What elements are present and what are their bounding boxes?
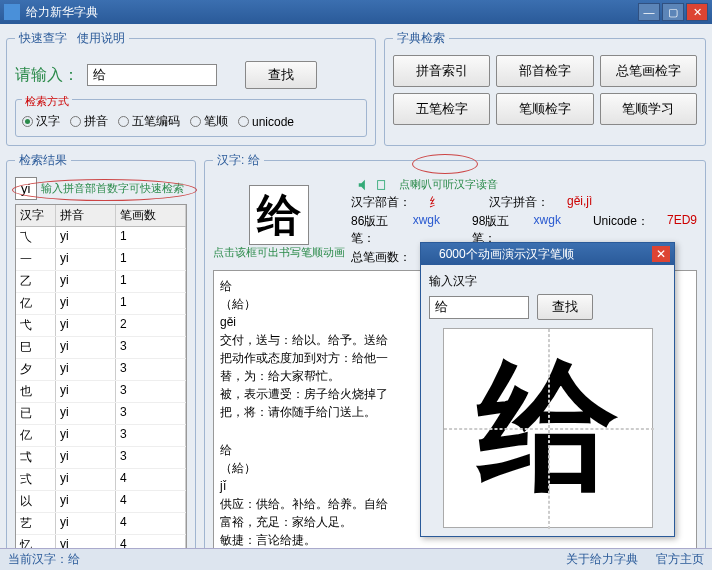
table-row[interactable]: 一yi1 bbox=[16, 249, 186, 271]
usage-legend[interactable]: 使用说明 bbox=[77, 31, 125, 45]
minimize-button[interactable]: — bbox=[638, 3, 660, 21]
dict-button-4[interactable]: 笔顺检字 bbox=[496, 93, 593, 125]
char-legend: 汉字: 给 bbox=[213, 152, 264, 169]
find-button[interactable]: 查找 bbox=[245, 61, 317, 89]
filter-input[interactable] bbox=[15, 177, 37, 200]
quick-search-legend: 快速查字 bbox=[19, 31, 67, 45]
mode-radio-1[interactable]: 拼音 bbox=[70, 113, 108, 130]
pinyin-value: gěi,jì bbox=[567, 194, 592, 211]
results-group: 检索结果 输入拼音部首数字可快速检索 汉字 拼音 笔画数 乁yi1一yi1乙yi… bbox=[6, 152, 196, 562]
table-row[interactable]: 以yi4 bbox=[16, 491, 186, 513]
table-row[interactable]: 弍yi4 bbox=[16, 469, 186, 491]
speak-hint: 点喇叭可听汉字读音 bbox=[399, 177, 498, 192]
homepage-link[interactable]: 官方主页 bbox=[656, 551, 704, 568]
app-icon bbox=[4, 4, 20, 20]
anim-input-label: 输入汉字 bbox=[429, 273, 666, 290]
dict-search-legend: 字典检索 bbox=[393, 30, 449, 47]
table-header: 汉字 拼音 笔画数 bbox=[16, 205, 186, 227]
dict-button-3[interactable]: 五笔检字 bbox=[393, 93, 490, 125]
char-display: 给 bbox=[257, 186, 301, 245]
table-row[interactable]: 已yi3 bbox=[16, 403, 186, 425]
mode-radio-4[interactable]: unicode bbox=[238, 113, 294, 130]
table-row[interactable]: 乙yi1 bbox=[16, 271, 186, 293]
stroke-animation-dialog: 6000个动画演示汉字笔顺 ✕ 输入汉字 查找 给 bbox=[420, 242, 675, 537]
window-titlebar: 给力新华字典 — ▢ ✕ bbox=[0, 0, 712, 24]
dialog-title: 6000个动画演示汉字笔顺 bbox=[439, 246, 574, 263]
results-table[interactable]: 汉字 拼音 笔画数 乁yi1一yi1乙yi1亿yi1弋yi2巳yi3夕yi3也y… bbox=[15, 204, 187, 553]
table-row[interactable]: 巳yi3 bbox=[16, 337, 186, 359]
dict-button-5[interactable]: 笔顺学习 bbox=[600, 93, 697, 125]
dialog-titlebar[interactable]: 6000个动画演示汉字笔顺 ✕ bbox=[421, 243, 674, 265]
table-row[interactable]: 亿yi1 bbox=[16, 293, 186, 315]
table-row[interactable]: 也yi3 bbox=[16, 381, 186, 403]
dict-button-1[interactable]: 部首检字 bbox=[496, 55, 593, 87]
table-row[interactable]: 乁yi1 bbox=[16, 227, 186, 249]
status-bar: 当前汉字：给 关于给力字典 官方主页 bbox=[0, 548, 712, 570]
th-pinyin: 拼音 bbox=[56, 205, 116, 226]
dict-button-2[interactable]: 总笔画检字 bbox=[600, 55, 697, 87]
search-input[interactable] bbox=[87, 64, 217, 86]
table-row[interactable]: 夕yi3 bbox=[16, 359, 186, 381]
close-button[interactable]: ✕ bbox=[686, 3, 708, 21]
filter-hint: 输入拼音部首数字可快速检索 bbox=[41, 181, 184, 196]
maximize-button[interactable]: ▢ bbox=[662, 3, 684, 21]
anim-char-display: 给 bbox=[478, 333, 618, 523]
about-link[interactable]: 关于给力字典 bbox=[566, 551, 638, 568]
anim-char-input[interactable] bbox=[429, 296, 529, 319]
char-display-box[interactable]: 给 bbox=[249, 185, 309, 245]
mode-radio-0[interactable]: 汉字 bbox=[22, 113, 60, 130]
results-legend: 检索结果 bbox=[15, 152, 71, 169]
search-mode-box: 检索方式 汉字拼音五笔编码笔顺unicode bbox=[15, 99, 367, 137]
copy-icon[interactable] bbox=[375, 178, 389, 192]
mode-radio-2[interactable]: 五笔编码 bbox=[118, 113, 180, 130]
table-row[interactable]: 弋yi2 bbox=[16, 315, 186, 337]
speaker-icon[interactable] bbox=[357, 178, 371, 192]
svg-rect-0 bbox=[378, 180, 385, 189]
dict-search-group: 字典检索 拼音索引部首检字总笔画检字五笔检字笔顺检字笔顺学习 bbox=[384, 30, 706, 146]
anim-find-button[interactable]: 查找 bbox=[537, 294, 593, 320]
quick-search-group: 快速查字 使用说明 请输入： 查找 检索方式 汉字拼音五笔编码笔顺unicode bbox=[6, 30, 376, 146]
table-row[interactable]: 亿yi3 bbox=[16, 425, 186, 447]
th-char: 汉字 bbox=[16, 205, 56, 226]
current-char-status: 当前汉字：给 bbox=[8, 551, 80, 568]
th-strokes: 笔画数 bbox=[116, 205, 186, 226]
mode-radio-3[interactable]: 笔顺 bbox=[190, 113, 228, 130]
radical-value: 纟 bbox=[429, 194, 441, 211]
dict-button-0[interactable]: 拼音索引 bbox=[393, 55, 490, 87]
table-row[interactable]: 弌yi3 bbox=[16, 447, 186, 469]
table-row[interactable]: 艺yi4 bbox=[16, 513, 186, 535]
dialog-close-button[interactable]: ✕ bbox=[652, 246, 670, 262]
dialog-icon bbox=[425, 247, 439, 261]
search-mode-title: 检索方式 bbox=[22, 95, 72, 107]
box-hint: 点击该框可出书写笔顺动画 bbox=[213, 245, 345, 260]
window-title: 给力新华字典 bbox=[26, 4, 98, 21]
search-prompt: 请输入： bbox=[15, 65, 79, 86]
anim-char-display-box: 给 bbox=[443, 328, 653, 528]
